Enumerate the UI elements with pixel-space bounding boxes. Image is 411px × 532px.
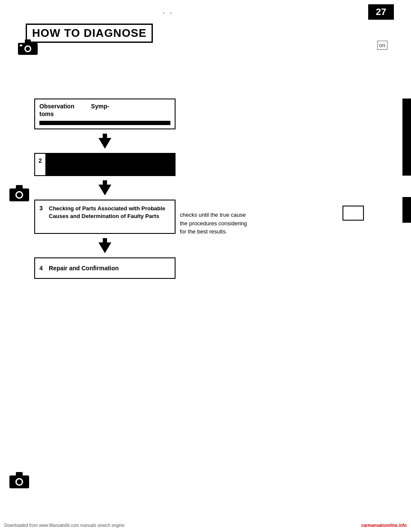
page-title: HOW TO DIAGNOSE (26, 24, 153, 43)
on-label: on (377, 41, 387, 50)
step3-side-line1: checks until the true cause (180, 211, 291, 219)
watermark-right-text: carmanualsonline.info (361, 523, 407, 528)
step3-box: 3 Checking of Parts Associated with Prob… (34, 200, 176, 234)
step3-side-text: checks until the true cause the procedur… (180, 211, 291, 236)
svg-rect-4 (20, 45, 22, 46)
svg-rect-6 (16, 185, 23, 189)
camera-icon-middle (9, 184, 30, 204)
svg-rect-10 (16, 472, 23, 476)
step1-label2: Symp- (91, 103, 110, 110)
page-number: 27 (368, 4, 394, 20)
step3-number: 3 (39, 205, 46, 212)
step2-black-area (46, 154, 175, 175)
svg-point-8 (17, 192, 22, 197)
right-black-bar-1 (402, 99, 411, 176)
step1-label: Observation (39, 103, 74, 110)
step3-side-line2: the procedures considering (180, 219, 291, 228)
camera-icon-top (17, 39, 39, 56)
camera-icon-bottom (9, 471, 30, 491)
step1-black-bar (39, 121, 170, 125)
svg-marker-13 (98, 134, 111, 149)
step3-side-line3: for the best results. (180, 227, 291, 236)
step1-box: Observation Symp- toms (34, 99, 176, 129)
small-rect (342, 206, 364, 221)
step2-box: 2 (34, 153, 176, 176)
step4-number: 4 (39, 265, 46, 272)
step2-number: 2 (35, 154, 46, 175)
svg-marker-15 (98, 238, 111, 253)
step3-title: Checking of Parts Associated with Probab… (49, 205, 170, 220)
svg-rect-1 (25, 39, 31, 44)
step4-box: 4 Repair and Confirmation (34, 257, 176, 279)
arrow1 (34, 134, 176, 149)
top-dots: - - (163, 9, 173, 16)
flowchart: Observation Symp- toms 2 (34, 99, 176, 279)
step1-label3: toms (39, 111, 54, 117)
page: - - 27 HOW TO DIAGNOSE on (0, 0, 411, 532)
svg-point-12 (17, 479, 22, 484)
arrow2 (34, 180, 176, 195)
svg-point-3 (26, 47, 30, 51)
right-black-bar-2 (402, 197, 411, 223)
bottom-watermark: Downloaded from www.Manualslib.com manua… (0, 523, 411, 528)
svg-marker-14 (98, 180, 111, 195)
arrow3 (34, 238, 176, 253)
step4-title: Repair and Confirmation (49, 264, 119, 272)
watermark-left-text: Downloaded from www.Manualslib.com manua… (4, 523, 125, 528)
